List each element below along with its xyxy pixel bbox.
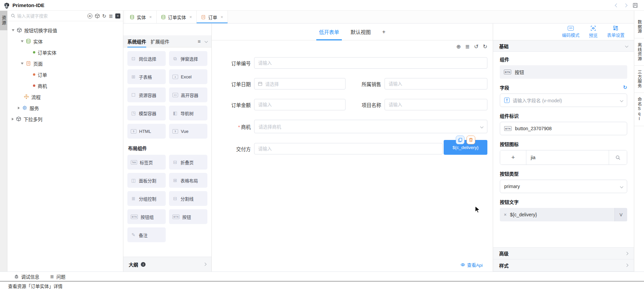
page-icon bbox=[201, 15, 206, 20]
tree-item-process[interactable]: 流程 bbox=[7, 91, 123, 102]
palette-item-group-control[interactable]: ≣分组控制 bbox=[127, 191, 166, 206]
strip-tab-thirdparty-services[interactable]: 三方服务 bbox=[634, 66, 644, 93]
palette-item-nav-tree[interactable]: ◧导航树 bbox=[169, 106, 207, 120]
tab-entity[interactable]: 实体 × bbox=[125, 11, 157, 23]
clear-icon[interactable]: × bbox=[504, 212, 507, 217]
sales-owner-input[interactable] bbox=[385, 78, 487, 89]
outline-bar[interactable]: 大纲 i bbox=[123, 257, 211, 271]
tab-order[interactable]: 订单 × bbox=[197, 11, 228, 23]
copy-icon[interactable] bbox=[456, 136, 465, 144]
tree-item-entity[interactable]: 实体 bbox=[7, 36, 123, 47]
tree-item-button-switch-field[interactable]: 按钮切换字段值 bbox=[7, 25, 123, 36]
close-icon[interactable]: × bbox=[149, 14, 152, 20]
icon-search-button[interactable] bbox=[609, 150, 627, 165]
opportunity-select[interactable]: 请选择商机 bbox=[254, 120, 487, 133]
undo-icon[interactable]: ↺ bbox=[474, 44, 478, 49]
chevron-right-icon bbox=[625, 264, 629, 267]
palette-menu-icon[interactable]: ≡ bbox=[198, 39, 201, 44]
palette-item-excel[interactable]: xExcel bbox=[169, 69, 207, 84]
add-view-button[interactable]: + bbox=[382, 24, 386, 40]
component-id-input[interactable]: BTN button_23707908 bbox=[500, 122, 627, 135]
refresh-field-icon[interactable]: ↻ bbox=[623, 84, 627, 90]
app-logo-icon bbox=[3, 2, 10, 9]
resources-strip-tab[interactable]: 资源 bbox=[0, 11, 7, 30]
database-icon bbox=[161, 15, 166, 20]
palette-item-remark[interactable]: ✎备注 bbox=[127, 227, 166, 242]
refresh-icon[interactable]: ↻ bbox=[102, 13, 107, 19]
preview-button[interactable]: 预览 bbox=[589, 26, 598, 38]
tab-default-view[interactable]: 默认视图 bbox=[351, 24, 371, 40]
tab-system-components[interactable]: 系统组件 bbox=[127, 35, 146, 47]
palette-item-divider[interactable]: ⊟分割线 bbox=[169, 191, 207, 206]
expand-arrow-icon[interactable] bbox=[21, 40, 24, 42]
order-number-input[interactable] bbox=[254, 57, 487, 69]
strip-tab-datasource[interactable]: 数据源 bbox=[634, 15, 644, 38]
collapsed-arrow-icon[interactable] bbox=[18, 107, 20, 109]
model-cube-icon[interactable] bbox=[95, 13, 100, 19]
palette-item-procode-container[interactable]: <>高开容器 bbox=[169, 87, 207, 102]
section-basic[interactable]: 基础 bbox=[493, 40, 634, 52]
save-icon[interactable] bbox=[633, 3, 638, 8]
nav-back-icon[interactable] bbox=[615, 3, 618, 7]
variable-dropdown-button[interactable]: V bbox=[614, 208, 627, 221]
problems-button[interactable]: ≣ 问题 bbox=[50, 273, 66, 280]
tree-item-order-page[interactable]: 订单 bbox=[7, 69, 123, 80]
code-mode-button[interactable]: </> 编码模式 bbox=[562, 26, 579, 38]
palette-item-subtable[interactable]: ⊞子表格 bbox=[127, 69, 166, 84]
delivery-input[interactable] bbox=[254, 143, 443, 154]
section-advanced[interactable]: 高级 bbox=[493, 247, 634, 259]
globe-icon[interactable]: ⊕ bbox=[456, 44, 460, 49]
order-amount-input[interactable] bbox=[254, 99, 346, 110]
ai-assist-icon[interactable]: AI bbox=[87, 13, 92, 19]
tree-item-pages[interactable]: 页面 bbox=[7, 58, 123, 69]
expand-arrow-icon[interactable] bbox=[21, 63, 24, 65]
chevron-right-icon bbox=[625, 252, 629, 255]
palette-item-resource-container[interactable]: ☐资源容器 bbox=[127, 87, 166, 102]
palette-item-tab-page[interactable]: Tab标签页 bbox=[127, 155, 166, 170]
button-text-field[interactable]: × ${c_delivery} V bbox=[500, 208, 627, 221]
tab-extended-components[interactable]: 扩展组件 bbox=[151, 35, 169, 47]
nav-forward-icon[interactable] bbox=[623, 3, 627, 7]
palette-item-panel-split[interactable]: ◫面板分割 bbox=[127, 173, 166, 188]
tab-order-entity[interactable]: 订单实体 × bbox=[157, 11, 197, 23]
palette-item-html[interactable]: 5HTML bbox=[127, 124, 166, 139]
palette-item-button-group[interactable]: BTN按钮组 bbox=[127, 209, 166, 224]
section-style[interactable]: 样式 bbox=[493, 259, 634, 271]
tree-item-opportunity-page[interactable]: 商机 bbox=[7, 80, 123, 91]
palette-item-popup-select[interactable]: ⧉弹窗选择 bbox=[169, 51, 207, 66]
debug-info-button[interactable]: 调试信息 bbox=[14, 273, 39, 280]
search-input[interactable] bbox=[17, 13, 86, 19]
chevron-down-icon[interactable] bbox=[205, 40, 208, 43]
outline-list-icon[interactable]: ≣ bbox=[465, 44, 470, 49]
palette-item-position-select[interactable]: ⊡岗位选择 bbox=[127, 51, 166, 66]
palette-item-collapse-page[interactable]: ⊟折叠页 bbox=[169, 155, 207, 170]
palette-item-vue[interactable]: 5Vue bbox=[169, 124, 207, 139]
redo-icon[interactable]: ↻ bbox=[483, 44, 487, 49]
form-row-amount-project: 订单金额 项目名称 bbox=[222, 99, 487, 110]
collapse-list-icon[interactable]: ≣ bbox=[109, 13, 113, 19]
collapsed-arrow-icon[interactable] bbox=[12, 118, 14, 120]
delete-icon[interactable] bbox=[467, 136, 475, 144]
close-icon[interactable]: × bbox=[220, 14, 223, 20]
export-icon[interactable]: ≡ bbox=[115, 13, 120, 19]
tree-item-order-entity[interactable]: 订单实体 bbox=[7, 47, 123, 58]
palette-item-button[interactable]: BTN按钮 bbox=[169, 209, 207, 224]
tab-lowcode-form[interactable]: 低开表单 bbox=[319, 24, 339, 40]
view-api-link[interactable]: 查看Api bbox=[222, 258, 487, 271]
form-settings-button[interactable]: 表单设置 bbox=[607, 26, 625, 38]
close-icon[interactable]: × bbox=[190, 14, 192, 20]
chevron-right-icon[interactable] bbox=[203, 263, 207, 266]
tree-item-dropdown-multicol[interactable]: 下拉多列 bbox=[7, 113, 123, 124]
strip-tab-offline-resources[interactable]: 离线资源 bbox=[634, 38, 644, 66]
button-type-select[interactable]: primary bbox=[500, 180, 627, 193]
palette-item-table-layout[interactable]: ⊞表格布局 bbox=[169, 173, 207, 188]
field-select[interactable]: T 请输入字段名 (v-model) bbox=[500, 94, 627, 107]
strip-tab-named-sql[interactable]: 命名Sql bbox=[634, 93, 644, 126]
palette-item-model-container[interactable]: ◳模型容器 bbox=[127, 106, 166, 120]
project-name-input[interactable] bbox=[385, 99, 487, 110]
expand-arrow-icon[interactable] bbox=[12, 29, 14, 31]
field-label: 订单编号 bbox=[222, 60, 251, 67]
order-date-picker[interactable]: 请选择 bbox=[254, 78, 346, 89]
icon-name-input[interactable] bbox=[526, 150, 609, 165]
tree-item-services[interactable]: 服务 bbox=[7, 102, 123, 113]
